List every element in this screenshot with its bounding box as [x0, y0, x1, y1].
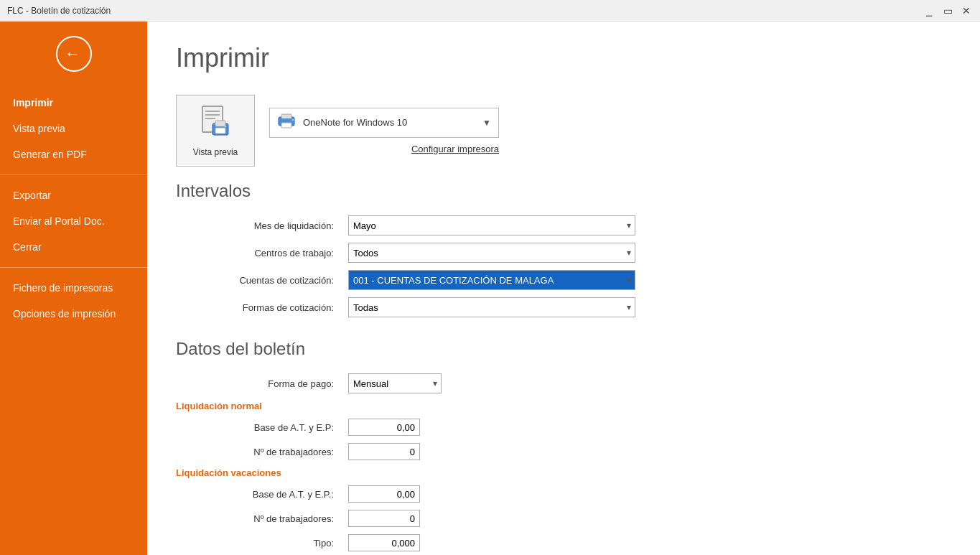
- svg-rect-3: [205, 118, 215, 119]
- back-icon: ←: [65, 45, 80, 63]
- svg-rect-2: [205, 114, 220, 116]
- forma-pago-label: Forma de pago:: [176, 378, 334, 389]
- printer-selector[interactable]: OneNote for Windows 10 ▼: [269, 108, 499, 138]
- cuentas-cotizacion-label: Cuentas de cotización:: [176, 275, 334, 286]
- tipo-input-wrapper: [348, 534, 951, 551]
- base-at-ep-input[interactable]: [348, 419, 420, 436]
- svg-point-11: [292, 118, 294, 121]
- restore-button[interactable]: ▭: [941, 4, 954, 17]
- sidebar-item-imprimir[interactable]: Imprimir: [0, 90, 147, 116]
- minimize-button[interactable]: ⎯: [923, 4, 935, 17]
- titlebar-controls: ⎯ ▭ ✕: [923, 4, 973, 17]
- mes-liquidacion-label: Mes de liquidación:: [176, 220, 334, 231]
- svg-rect-5: [215, 121, 225, 126]
- sidebar-item-opciones-impresion[interactable]: Opciones de impresión: [0, 301, 147, 327]
- svg-point-7: [225, 125, 227, 127]
- mes-liquidacion-select-wrapper: Mayo Enero Febrero Marzo Abril Junio: [348, 215, 635, 235]
- liquidacion-vacaciones-label: Liquidación vacaciones: [176, 467, 951, 478]
- cuentas-cotizacion-select[interactable]: 001 - CUENTAS DE COTIZACIÓN DE MALAGA: [348, 270, 635, 290]
- main-layout: ← Imprimir Vista previa Generar en PDF E…: [0, 22, 980, 555]
- sidebar-item-fichero-impresoras[interactable]: Fichero de impresoras: [0, 275, 147, 301]
- formas-cotizacion-select-wrapper: Todas: [348, 297, 635, 317]
- sidebar-item-enviar-portal[interactable]: Enviar al Portal Doc.: [0, 208, 147, 234]
- num-trabajadores-label: Nº de trabajadores:: [176, 447, 334, 457]
- centros-trabajo-select[interactable]: Todos: [348, 243, 635, 263]
- printer-area: Vista previa OneNote for Windows 10 ▼: [176, 95, 951, 167]
- svg-rect-6: [215, 128, 225, 134]
- sidebar-divider-2: [0, 267, 147, 268]
- num-trabajadores-input[interactable]: [348, 443, 420, 460]
- datos-boletin-title: Datos del boletín: [176, 339, 951, 359]
- content-area: Imprimir: [147, 22, 980, 555]
- sidebar-item-cerrar[interactable]: Cerrar: [0, 234, 147, 260]
- forma-pago-select[interactable]: Mensual: [348, 373, 442, 393]
- svg-rect-10: [281, 123, 291, 128]
- vista-previa-label: Vista previa: [193, 147, 238, 157]
- formas-cotizacion-label: Formas de cotización:: [176, 302, 334, 313]
- page-title: Imprimir: [176, 43, 951, 73]
- num-trabajadores2-input-wrapper: [348, 510, 951, 527]
- printer-name: OneNote for Windows 10: [303, 117, 482, 128]
- num-trabajadores2-label: Nº de trabajadores:: [176, 513, 334, 524]
- num-trabajadores-input-wrapper: [348, 443, 951, 460]
- titlebar-title: FLC - Boletín de cotización: [7, 6, 111, 16]
- datos-boletin-form: Forma de pago: Mensual Liquidación norma…: [176, 373, 951, 555]
- svg-rect-9: [281, 114, 291, 118]
- sidebar: ← Imprimir Vista previa Generar en PDF E…: [0, 22, 147, 555]
- close-button[interactable]: ✕: [960, 4, 973, 17]
- centros-trabajo-select-wrapper: Todos: [348, 243, 635, 263]
- svg-rect-1: [205, 111, 220, 112]
- mes-liquidacion-select[interactable]: Mayo Enero Febrero Marzo Abril Junio: [348, 215, 635, 235]
- print-preview-icon: [201, 105, 230, 143]
- base-at-ep-input-wrapper: [348, 419, 951, 436]
- sidebar-item-exportar[interactable]: Exportar: [0, 182, 147, 208]
- base-at-ep2-input[interactable]: [348, 485, 420, 503]
- configurar-impresora-link[interactable]: Configurar impresora: [269, 144, 499, 154]
- intervalos-title: Intervalos: [176, 181, 951, 201]
- sidebar-divider-1: [0, 174, 147, 175]
- centros-trabajo-label: Centros de trabajo:: [176, 248, 334, 258]
- forma-pago-select-wrapper: Mensual: [348, 373, 442, 393]
- printer-dropdown-arrow: ▼: [482, 118, 491, 128]
- tipo-input[interactable]: [348, 534, 420, 551]
- base-at-ep2-label: Base de A.T. y E.P.:: [176, 489, 334, 500]
- sidebar-nav: Imprimir Vista previa Generar en PDF Exp…: [0, 90, 147, 327]
- sidebar-item-generar-pdf[interactable]: Generar en PDF: [0, 141, 147, 167]
- num-trabajadores2-input[interactable]: [348, 510, 420, 527]
- back-button[interactable]: ←: [56, 36, 92, 72]
- tipo-label: Tipo:: [176, 538, 334, 549]
- formas-cotizacion-select[interactable]: Todas: [348, 297, 635, 317]
- printer-selector-wrapper: OneNote for Windows 10 ▼ Configurar impr…: [269, 108, 499, 154]
- cuentas-cotizacion-select-wrapper: 001 - CUENTAS DE COTIZACIÓN DE MALAGA: [348, 270, 635, 290]
- titlebar: FLC - Boletín de cotización ⎯ ▭ ✕: [0, 0, 980, 22]
- liquidacion-normal-label: Liquidación normal: [176, 401, 951, 411]
- intervalos-form: Mes de liquidación: Mayo Enero Febrero M…: [176, 215, 951, 317]
- printer-icon: [277, 113, 296, 133]
- vista-previa-button[interactable]: Vista previa: [176, 95, 255, 167]
- sidebar-item-vista-previa[interactable]: Vista previa: [0, 116, 147, 141]
- base-at-ep-label: Base de A.T. y E.P:: [176, 422, 334, 433]
- base-at-ep2-input-wrapper: [348, 485, 951, 503]
